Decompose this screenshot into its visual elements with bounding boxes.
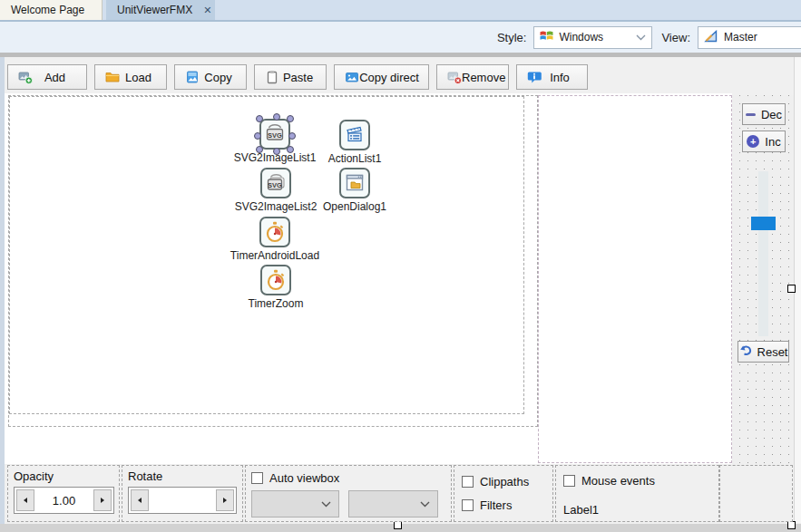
checkbox-icon (462, 476, 474, 488)
action-list-icon (339, 120, 370, 150)
image-direct-icon (345, 70, 359, 84)
selection-handle[interactable] (287, 146, 294, 153)
load-button[interactable]: Load (94, 64, 167, 90)
rotate-spinner (128, 487, 237, 514)
component-timerzoom[interactable]: TimerZoom (221, 265, 330, 310)
add-button[interactable]: Add (7, 64, 87, 90)
auto-viewbox-group: Auto viewbox (245, 465, 452, 522)
mouse-events-checkbox[interactable]: Mouse events (563, 474, 655, 488)
inc-button[interactable]: + Inc (742, 131, 786, 152)
view-select[interactable]: Master (698, 26, 801, 49)
checkbox-icon (462, 499, 474, 511)
copy-direct-button[interactable]: Copy direct (334, 64, 429, 90)
checkbox-icon (251, 472, 263, 484)
button-label: Add (33, 71, 86, 84)
side-panel-outline (538, 95, 732, 463)
timer-icon (259, 217, 290, 247)
folder-open-icon (105, 70, 120, 84)
selection-handle[interactable] (288, 132, 296, 140)
tab-welcome-page[interactable]: Welcome Page (0, 0, 103, 20)
opacity-label: Opacity (14, 469, 54, 483)
checkbox-label: Clippaths (480, 475, 529, 488)
button-label: Reset (757, 345, 788, 359)
rotate-label: Rotate (128, 469, 162, 483)
selection-handle[interactable] (287, 115, 294, 122)
plus-circle-icon: + (747, 135, 759, 148)
component-timerandroidload[interactable]: TimerAndroidLoad (220, 217, 329, 262)
chevron-down-icon (636, 31, 646, 44)
undo-arrow-icon (739, 344, 752, 359)
selection-handle[interactable] (787, 285, 796, 293)
button-label: Inc (765, 135, 780, 149)
spin-down-arrow[interactable] (16, 489, 34, 511)
selection-handle[interactable] (273, 113, 280, 121)
auto-viewbox-checkbox[interactable]: Auto viewbox (251, 471, 339, 485)
minus-icon (746, 113, 756, 116)
label1: Label1 (563, 503, 599, 517)
button-label: Paste (279, 71, 326, 84)
button-label: Remove (462, 71, 514, 84)
component-label: TimerAndroidLoad (220, 249, 329, 262)
paste-button[interactable]: Paste (254, 64, 327, 90)
timer-icon (260, 265, 291, 295)
remove-image-icon (447, 70, 462, 84)
zoom-slider-track[interactable] (758, 171, 768, 336)
spin-down-arrow[interactable] (131, 489, 149, 511)
add-image-icon (18, 70, 33, 84)
view-value: Master (724, 31, 757, 44)
render-options-group: Clippaths Filters (454, 465, 553, 522)
selection-handle[interactable] (787, 521, 796, 529)
viewbox-height-select[interactable] (348, 490, 438, 517)
filters-checkbox[interactable]: Filters (462, 498, 512, 512)
svg-imagelist-icon: SVG (259, 119, 290, 150)
selection-handle[interactable] (254, 132, 261, 140)
opacity-value[interactable]: 1.00 (36, 488, 92, 513)
mouse-events-group: Mouse events Label1 (555, 465, 719, 522)
opacity-spinner: 1.00 (14, 487, 114, 514)
style-label: Style: (497, 31, 527, 44)
component-label: OpenDialog1 (300, 200, 409, 213)
checkbox-label: Auto viewbox (269, 471, 339, 485)
close-icon[interactable]: ✕ (203, 5, 211, 16)
svg-imagelist-icon: SVG (260, 168, 291, 198)
button-label: Copy direct (359, 71, 428, 84)
selection-handle[interactable] (273, 148, 280, 155)
windows-logo-icon (540, 30, 553, 44)
component-label: TimerZoom (221, 297, 330, 310)
checkbox-label: Filters (480, 498, 512, 512)
chevron-down-icon (420, 498, 430, 510)
checkbox-label: Mouse events (581, 474, 655, 488)
button-label: Dec (761, 108, 782, 121)
opacity-group: Opacity 1.00 (7, 465, 120, 522)
info-button[interactable]: Info (516, 64, 588, 90)
open-dialog-icon (339, 168, 370, 198)
zoom-slider-handle[interactable] (751, 217, 776, 230)
clipboard-icon (265, 70, 279, 84)
master-view-icon (704, 30, 718, 45)
selection-handle[interactable] (394, 521, 402, 529)
style-value: Windows (559, 31, 603, 44)
svg-text:SVG: SVG (268, 131, 282, 139)
remove-button[interactable]: Remove (436, 64, 509, 90)
spin-up-arrow[interactable] (93, 489, 112, 511)
copy-button[interactable]: Copy (174, 64, 247, 90)
dec-button[interactable]: Dec (742, 103, 786, 125)
component-opendialog1[interactable]: OpenDialog1 (300, 168, 409, 213)
spin-up-arrow[interactable] (216, 489, 234, 511)
editor-tab-bar: Welcome Page UnitViewerFMX ✕ (0, 0, 801, 22)
selection-handle[interactable] (256, 146, 263, 153)
button-label: Info (542, 71, 587, 84)
reset-button[interactable]: Reset (738, 341, 789, 363)
style-select[interactable]: Windows (533, 26, 652, 49)
empty-group (719, 465, 793, 522)
component-actionlist1[interactable]: ActionList1 (300, 120, 409, 165)
splitter-bar (0, 53, 801, 57)
button-label: Load (120, 71, 166, 84)
checkbox-icon (563, 475, 575, 487)
clippaths-checkbox[interactable]: Clippaths (462, 475, 529, 488)
viewbox-width-select[interactable] (251, 490, 339, 517)
rotate-value[interactable] (151, 488, 214, 513)
button-label: Copy (200, 71, 246, 84)
tab-unitviewerfmx[interactable]: UnitViewerFMX ✕ (106, 0, 215, 20)
selection-handle[interactable] (256, 115, 263, 122)
